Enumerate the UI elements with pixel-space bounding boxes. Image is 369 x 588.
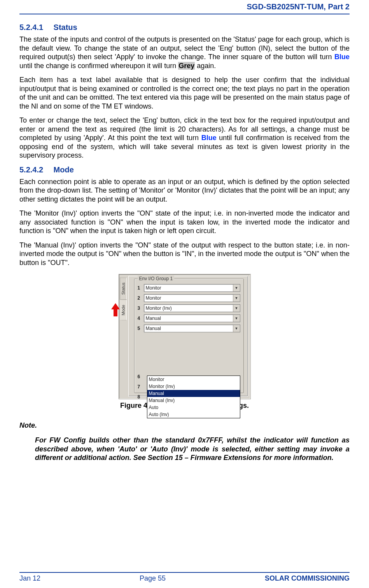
env-mode-panel: Status Mode Env I/O Group 1 1 Monitor ▼: [119, 274, 251, 399]
row-number: 2: [138, 295, 144, 301]
row-number: 6: [138, 374, 144, 379]
row-number: 4: [138, 316, 144, 321]
mode-select-1[interactable]: Monitor ▼: [144, 284, 240, 292]
heading-status: 5.2.4.1 Status: [19, 23, 350, 32]
row-number: 3: [138, 305, 144, 311]
chevron-down-icon[interactable]: ▼: [233, 305, 240, 312]
mode-select-3[interactable]: Monitor (Inv) ▼: [144, 304, 240, 312]
figure: Status Mode Env I/O Group 1 1 Monitor ▼: [19, 274, 350, 410]
footer-section: SOLAR COMMISSIONING: [265, 574, 350, 583]
red-arrow-icon: [110, 303, 121, 316]
mode-select-4[interactable]: Manual ▼: [144, 314, 240, 322]
dropdown-option[interactable]: Monitor (Inv): [147, 383, 240, 390]
tab-status[interactable]: Status: [120, 277, 127, 300]
dropdown-option[interactable]: Auto (Inv): [147, 411, 240, 418]
chevron-down-icon[interactable]: ▼: [233, 315, 240, 322]
mode-row: 3 Monitor (Inv) ▼: [138, 304, 240, 312]
footer: Jan 12 Page 55 SOLAR COMMISSIONING: [19, 572, 350, 583]
mode-row: 1 Monitor ▼: [138, 284, 240, 292]
chevron-down-icon[interactable]: ▼: [233, 295, 240, 302]
mode-row: 4 Manual ▼: [138, 314, 240, 323]
mode-select-2[interactable]: Monitor ▼: [144, 294, 240, 302]
rows: 1 Monitor ▼ 2 Monitor ▼: [138, 284, 240, 403]
group-box: Env I/O Group 1 1 Monitor ▼ 2: [134, 279, 244, 393]
para-6: The 'Manual (Inv)' option inverts the "O…: [19, 241, 350, 267]
dropdown-option[interactable]: Auto: [147, 404, 240, 411]
dropdown-option[interactable]: Manual (Inv): [147, 397, 240, 404]
tab-mode[interactable]: Mode: [120, 300, 127, 321]
row-number: 5: [138, 326, 144, 331]
page: SGD-SB2025NT-TUM, Part 2 5.2.4.1 Status …: [0, 0, 369, 588]
tab-panel: Env I/O Group 1 1 Monitor ▼ 2: [128, 276, 248, 397]
footer-date: Jan 12: [19, 574, 40, 583]
mode-dropdown-list[interactable]: Monitor Monitor (Inv) Manual Manual (Inv…: [147, 376, 240, 418]
chevron-down-icon[interactable]: ▼: [233, 325, 240, 332]
mode-select-5[interactable]: Manual ▼: [144, 325, 240, 332]
dropdown-option-selected[interactable]: Manual: [147, 390, 240, 397]
content: 5.2.4.1 Status The state of the inputs a…: [19, 14, 350, 486]
footer-page: Page 55: [140, 574, 166, 583]
mode-row: 5 Manual ▼ Monitor Monitor (Inv) Manual …: [138, 324, 240, 333]
doc-id: SGD-SB2025NT-TUM, Part 2: [247, 2, 350, 11]
svg-marker-0: [111, 303, 120, 316]
header: SGD-SB2025NT-TUM, Part 2: [19, 0, 350, 14]
heading-mode: 5.2.4.2 Mode: [19, 165, 350, 174]
para-4: Each connection point is able to operate…: [19, 177, 350, 204]
blue-word: Blue: [334, 53, 350, 61]
note-heading: Note.: [19, 421, 350, 430]
heading-num: 5.2.4.2: [19, 165, 51, 174]
mode-row: 2 Monitor ▼: [138, 294, 240, 302]
dropdown-option[interactable]: Monitor: [147, 376, 240, 383]
chevron-down-icon[interactable]: ▼: [233, 284, 240, 291]
vertical-tabs: Status Mode: [120, 277, 128, 321]
row-number: 8: [138, 394, 144, 400]
para-3: To enter or change the text, select the …: [19, 116, 350, 160]
blue-word: Blue: [201, 134, 217, 142]
group-title: Env I/O Group 1: [138, 276, 175, 281]
heading-num: 5.2.4.1: [19, 23, 51, 32]
note-body: For FW Config builds other than the stan…: [35, 436, 350, 462]
para-5: The 'Monitor (Inv)' option inverts the "…: [19, 209, 350, 235]
grey-word: Grey: [178, 62, 195, 70]
heading-title: Mode: [54, 165, 74, 174]
para-2: Each item has a text label available tha…: [19, 75, 350, 111]
para-1: The state of the inputs and control of t…: [19, 35, 350, 70]
row-number: 1: [138, 285, 144, 291]
heading-title: Status: [54, 23, 77, 32]
row-number: 7: [138, 384, 144, 390]
